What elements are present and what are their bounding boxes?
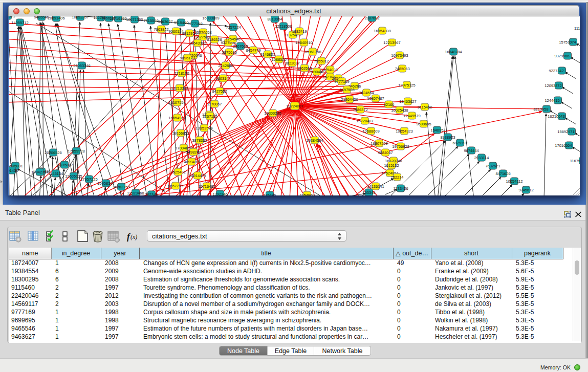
svg-text:26053346: 26053346 <box>73 63 90 68</box>
svg-text:8186328: 8186328 <box>207 37 222 42</box>
svg-text:7955812: 7955812 <box>314 59 329 63</box>
svg-text:10671355: 10671355 <box>126 17 143 22</box>
svg-text:1292346: 1292346 <box>212 192 227 196</box>
svg-text:8427552: 8427552 <box>212 89 227 94</box>
svg-text:292346: 292346 <box>145 192 158 196</box>
svg-text:16961758: 16961758 <box>304 50 321 54</box>
svg-text:7663822: 7663822 <box>154 27 168 32</box>
svg-text:(x): (x) <box>130 233 137 240</box>
svg-text:17016504: 17016504 <box>555 143 572 148</box>
svg-text:8938923: 8938923 <box>440 135 455 140</box>
svg-text:18300295: 18300295 <box>264 111 281 116</box>
svg-text:17359928: 17359928 <box>68 149 84 154</box>
svg-text:10807487: 10807487 <box>367 96 384 101</box>
svg-text:1244415: 1244415 <box>545 98 559 103</box>
svg-text:2933114: 2933114 <box>474 156 489 160</box>
svg-text:9227342: 9227342 <box>549 69 563 73</box>
svg-text:12505135: 12505135 <box>65 174 82 179</box>
svg-text:2803144: 2803144 <box>215 76 230 81</box>
svg-text:10543392: 10543392 <box>189 41 206 46</box>
svg-text:153346: 153346 <box>362 190 375 195</box>
svg-text:18463627: 18463627 <box>399 99 416 104</box>
svg-text:12449579: 12449579 <box>403 114 420 118</box>
svg-text:19654923: 19654923 <box>396 129 412 134</box>
svg-text:9896123: 9896123 <box>180 56 194 60</box>
svg-text:20206526: 20206526 <box>45 150 61 155</box>
svg-text:9777169: 9777169 <box>187 21 202 26</box>
svg-text:13353594: 13353594 <box>195 126 212 130</box>
svg-text:16033809: 16033809 <box>202 16 219 20</box>
svg-text:9146821: 9146821 <box>260 52 275 57</box>
svg-text:9115460: 9115460 <box>418 105 432 110</box>
svg-text:12942757: 12942757 <box>31 170 48 174</box>
svg-text:7515546: 7515546 <box>143 18 158 23</box>
svg-text:2242848: 2242848 <box>218 63 233 68</box>
svg-text:1170067: 1170067 <box>207 102 222 106</box>
svg-text:7632621: 7632621 <box>485 164 500 168</box>
svg-text:111254: 111254 <box>574 26 580 31</box>
svg-text:12923468: 12923468 <box>127 191 144 195</box>
svg-text:1615132: 1615132 <box>384 163 399 168</box>
svg-text:2718170: 2718170 <box>174 71 189 76</box>
svg-text:164095: 164095 <box>430 128 443 133</box>
svg-text:9463627: 9463627 <box>158 19 172 24</box>
svg-text:1882419: 1882419 <box>292 29 307 34</box>
svg-text:14055712: 14055712 <box>11 20 28 25</box>
svg-text:3267110: 3267110 <box>203 114 217 119</box>
svg-text:2887682: 2887682 <box>364 16 379 20</box>
svg-text:3878332: 3878332 <box>192 138 207 143</box>
svg-text:8213958: 8213958 <box>533 107 548 112</box>
svg-text:252214: 252214 <box>390 175 403 180</box>
svg-text:7357224: 7357224 <box>226 25 241 30</box>
svg-text:9245612: 9245612 <box>518 188 533 192</box>
svg-text:12218506: 12218506 <box>275 24 292 29</box>
svg-text:5498242: 5498242 <box>186 150 201 155</box>
svg-text:1588520: 1588520 <box>271 57 286 62</box>
svg-text:6497568: 6497568 <box>339 87 354 92</box>
svg-text:391434: 391434 <box>9 168 18 173</box>
svg-text:18640910: 18640910 <box>295 40 312 45</box>
svg-text:6879197: 6879197 <box>452 141 467 145</box>
svg-text:1167533: 1167533 <box>570 159 580 163</box>
svg-text:15720407: 15720407 <box>356 119 373 123</box>
svg-text:9465546: 9465546 <box>34 16 49 19</box>
svg-text:10025438: 10025438 <box>391 108 408 113</box>
svg-text:14136141: 14136141 <box>367 184 384 189</box>
svg-text:12213369: 12213369 <box>171 86 188 91</box>
svg-text:16154808: 16154808 <box>374 29 390 33</box>
svg-text:62166: 62166 <box>384 102 395 107</box>
svg-text:21364436: 21364436 <box>341 97 358 102</box>
svg-text:10653267: 10653267 <box>72 16 89 19</box>
svg-text:1254546: 1254546 <box>225 37 240 41</box>
svg-text:20691406: 20691406 <box>48 16 64 20</box>
svg-text:16210643: 16210643 <box>548 114 564 119</box>
svg-text:10719155: 10719155 <box>110 16 126 21</box>
svg-text:7485063: 7485063 <box>395 67 409 71</box>
svg-text:19756928: 19756928 <box>392 144 409 149</box>
svg-text:9777169: 9777169 <box>334 79 349 84</box>
svg-text:115496: 115496 <box>264 193 276 196</box>
svg-text:10654112: 10654112 <box>506 179 523 184</box>
svg-text:16782759: 16782759 <box>113 185 129 189</box>
svg-text:3822037: 3822037 <box>285 61 299 65</box>
svg-text:9674444: 9674444 <box>464 148 478 153</box>
svg-text:6794028: 6794028 <box>322 68 337 72</box>
svg-text:16654982: 16654982 <box>168 116 185 120</box>
svg-text:9657791: 9657791 <box>168 184 183 188</box>
svg-text:10975887: 10975887 <box>56 163 73 167</box>
svg-text:12975125: 12975125 <box>398 83 415 87</box>
svg-text:17957225: 17957225 <box>80 177 97 182</box>
svg-text:10688609: 10688609 <box>362 129 379 134</box>
svg-text:7625402: 7625402 <box>170 170 185 174</box>
svg-text:9660124: 9660124 <box>168 29 183 34</box>
svg-text:15692971: 15692971 <box>557 129 574 134</box>
svg-text:8471626: 8471626 <box>495 171 510 176</box>
svg-text:8813054: 8813054 <box>267 17 282 21</box>
svg-text:9699695: 9699695 <box>416 122 431 126</box>
svg-text:1405571: 1405571 <box>9 16 15 18</box>
svg-text:14914479: 14914479 <box>189 173 206 178</box>
svg-text:15716485: 15716485 <box>198 184 215 189</box>
svg-text:4099489: 4099489 <box>184 160 199 164</box>
svg-text:9115460: 9115460 <box>174 20 189 25</box>
svg-text:3875685: 3875685 <box>222 50 236 55</box>
